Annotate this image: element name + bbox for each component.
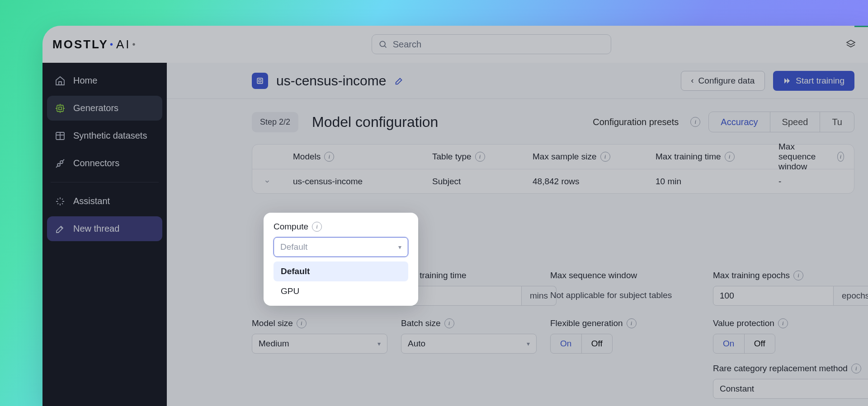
info-icon[interactable]: i xyxy=(690,117,700,127)
th-models: Models xyxy=(293,152,321,162)
page-title: us-census-income xyxy=(276,73,386,89)
label-compute: Compute xyxy=(274,222,308,232)
toggle-on[interactable]: On xyxy=(551,334,581,353)
configure-data-button[interactable]: ‹ Configure data xyxy=(681,71,765,91)
section-title: Model configuration xyxy=(312,114,438,131)
table-header: Modelsi Table typei Max sample sizei Max… xyxy=(252,145,854,169)
info-icon[interactable]: i xyxy=(297,318,307,328)
td-name: us-census-income xyxy=(293,177,432,187)
th-seq: Max sequence window xyxy=(778,142,834,172)
info-icon[interactable]: i xyxy=(600,152,610,162)
info-icon[interactable]: i xyxy=(627,318,637,328)
info-icon[interactable]: i xyxy=(312,222,322,232)
input-max-training-time[interactable] xyxy=(401,286,522,306)
select-batch-size[interactable]: Auto ▾ xyxy=(401,334,537,354)
compute-option-default[interactable]: Default xyxy=(274,261,408,281)
value-batch-size: Auto xyxy=(408,339,425,349)
info-icon[interactable]: i xyxy=(851,364,861,373)
edit-title-button[interactable] xyxy=(394,76,404,86)
sidebar-item-label: Generators xyxy=(73,103,118,113)
sidebar-item-synthetic-datasets[interactable]: Synthetic datasets xyxy=(47,123,162,148)
play-forward-icon xyxy=(783,77,791,85)
select-compute[interactable]: Default ▾ xyxy=(274,237,408,257)
page-titlebar: us-census-income ‹ Configure data Start … xyxy=(167,63,868,99)
svg-rect-15 xyxy=(257,78,263,84)
start-training-button[interactable]: Start training xyxy=(773,71,854,91)
label-batch-size: Batch size xyxy=(401,318,441,328)
label-flexible-gen: Flexible generation xyxy=(550,318,623,328)
info-icon[interactable]: i xyxy=(324,152,334,162)
svg-line-1 xyxy=(385,46,387,48)
sidebar: Home Generators Synthetic datasets Conne… xyxy=(42,63,167,406)
compute-option-gpu[interactable]: GPU xyxy=(274,281,408,301)
brand-logo: MOSTLY • AI • xyxy=(52,37,137,51)
header-accent xyxy=(854,26,868,27)
info-icon[interactable]: i xyxy=(444,318,454,328)
table-icon xyxy=(54,130,66,142)
app-header: MOSTLY • AI • Search xyxy=(42,26,868,63)
value-rare-category: Constant xyxy=(720,384,754,394)
sidebar-item-connectors[interactable]: Connectors xyxy=(47,151,162,176)
step-badge: Step 2/2 xyxy=(252,112,298,132)
sidebar-item-label: Connectors xyxy=(73,158,119,168)
th-type: Table type xyxy=(432,152,472,162)
label-rare-category: Rare category replacement method xyxy=(713,364,848,373)
start-training-label: Start training xyxy=(796,76,844,86)
td-type: Subject xyxy=(432,177,533,187)
compute-placeholder: Default xyxy=(280,242,307,252)
info-icon[interactable]: i xyxy=(793,271,803,280)
table-row[interactable]: us-census-income Subject 48,842 rows 10 … xyxy=(252,169,854,193)
sparkle-icon xyxy=(54,196,66,207)
compute-popover: Computei Default ▾ Default GPU xyxy=(264,213,418,306)
preset-speed[interactable]: Speed xyxy=(770,112,820,132)
search-input[interactable]: Search xyxy=(372,34,611,54)
compute-options: Default GPU xyxy=(274,261,408,301)
info-icon[interactable]: i xyxy=(837,152,844,162)
td-seq: - xyxy=(778,177,844,187)
na-seq-window: Not applicable for subject tables xyxy=(550,286,699,300)
td-time: 10 min xyxy=(656,177,778,187)
td-sample: 48,842 rows xyxy=(533,177,656,187)
toggle-off[interactable]: Off xyxy=(744,334,775,353)
input-max-epochs[interactable] xyxy=(713,286,834,306)
chip-icon xyxy=(54,103,66,114)
select-model-size[interactable]: Medium ▾ xyxy=(252,334,387,354)
presets-segmented: Accuracy Speed Tu xyxy=(708,112,854,132)
models-table: Modelsi Table typei Max sample sizei Max… xyxy=(252,144,854,194)
toggle-off[interactable]: Off xyxy=(581,334,613,353)
preset-turbo[interactable]: Tu xyxy=(820,112,854,132)
svg-point-0 xyxy=(380,41,385,47)
chevron-down-icon: ▾ xyxy=(377,340,381,347)
chevron-left-icon: ‹ xyxy=(691,76,694,85)
sidebar-item-new-thread[interactable]: New thread xyxy=(47,216,162,241)
configure-data-label: Configure data xyxy=(698,76,755,86)
unit-epochs: epochs xyxy=(834,286,868,306)
sidebar-item-assistant[interactable]: Assistant xyxy=(47,189,162,214)
sidebar-item-label: Synthetic datasets xyxy=(73,131,147,141)
preset-accuracy[interactable]: Accuracy xyxy=(709,112,769,132)
search-icon xyxy=(378,40,387,49)
toggle-on[interactable]: On xyxy=(713,334,744,353)
logo-text-left: MOSTLY xyxy=(52,37,108,51)
info-icon[interactable]: i xyxy=(778,318,788,328)
svg-line-14 xyxy=(60,163,61,164)
svg-rect-4 xyxy=(59,107,61,110)
expand-row-button[interactable] xyxy=(264,178,293,185)
sidebar-item-label: Assistant xyxy=(73,196,110,206)
info-icon[interactable]: i xyxy=(475,152,485,162)
header-layers-icon[interactable] xyxy=(845,39,856,50)
sidebar-divider xyxy=(51,182,159,182)
plug-icon xyxy=(54,158,66,169)
logo-dot-grey: • xyxy=(132,39,137,50)
info-icon[interactable]: i xyxy=(725,152,735,162)
svg-rect-3 xyxy=(57,105,63,112)
select-rare-category[interactable]: Constant ▾ xyxy=(713,379,868,399)
sidebar-item-home[interactable]: Home xyxy=(47,68,162,93)
chevron-down-icon: ▾ xyxy=(398,243,401,251)
sidebar-item-generators[interactable]: Generators xyxy=(47,96,162,121)
label-max-seq-window: Max sequence window xyxy=(550,271,637,280)
sidebar-item-label: Home xyxy=(73,75,97,86)
th-sample: Max sample size xyxy=(533,152,597,162)
toggle-value-protection[interactable]: On Off xyxy=(713,334,775,354)
toggle-flexible-gen[interactable]: On Off xyxy=(550,334,613,354)
